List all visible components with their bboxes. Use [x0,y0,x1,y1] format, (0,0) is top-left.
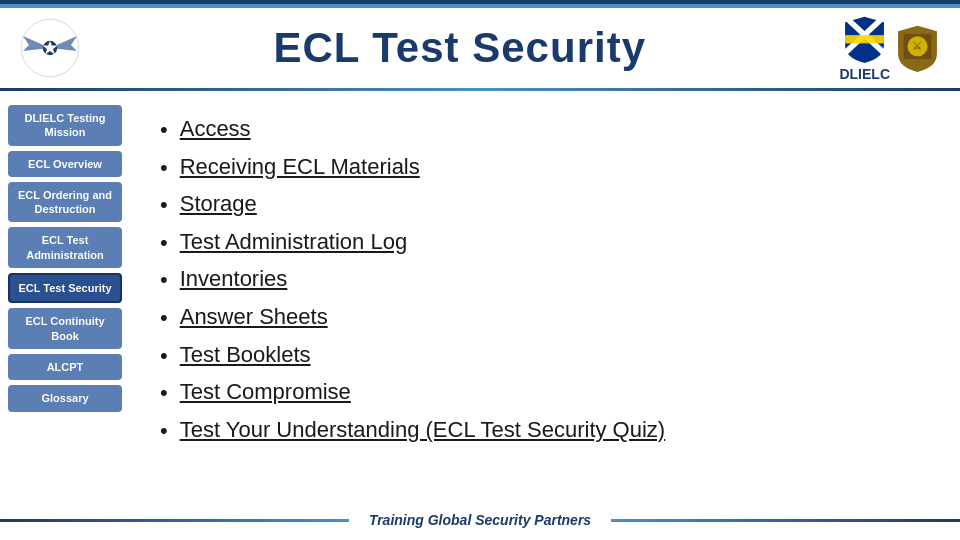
list-item: • Test Booklets [160,341,930,371]
list-item: • Test Compromise [160,378,930,408]
bullet-list: • Access • Receiving ECL Materials • Sto… [160,115,930,453]
list-item: • Inventories [160,265,930,295]
bullet-icon: • [160,304,168,333]
sidebar: DLIELC Testing Mission ECL Overview ECL … [0,95,130,500]
sidebar-item-alcpt[interactable]: ALCPT [8,354,122,380]
bullet-icon: • [160,417,168,446]
sidebar-item-dlielc-testing-mission[interactable]: DLIELC Testing Mission [8,105,122,146]
header-logos: DLIELC ⚔ [839,14,940,82]
svg-text:⚔: ⚔ [913,40,923,52]
item-text-answer-sheets[interactable]: Answer Sheets [180,303,328,332]
item-text-storage[interactable]: Storage [180,190,257,219]
main-content: DLIELC Testing Mission ECL Overview ECL … [0,95,960,500]
list-item: • Access [160,115,930,145]
item-text-test-booklets[interactable]: Test Booklets [180,341,311,370]
footer-text: Training Global Security Partners [369,512,591,528]
bullet-icon: • [160,379,168,408]
footer: Training Global Security Partners [0,500,960,540]
sidebar-item-ecl-test-admin[interactable]: ECL Test Administration [8,227,122,268]
footer-line-right [611,519,960,522]
header-separator [0,88,960,91]
svg-rect-5 [845,35,884,43]
list-item: • Test Your Understanding (ECL Test Secu… [160,416,930,446]
top-bar [0,0,960,8]
footer-line-left [0,519,349,522]
bullet-icon: • [160,342,168,371]
sidebar-item-ecl-continuity[interactable]: ECL Continuity Book [8,308,122,349]
page-title: ECL Test Security [80,24,839,72]
bullet-icon: • [160,191,168,220]
sidebar-item-ecl-ordering[interactable]: ECL Ordering and Destruction [8,182,122,223]
item-text-access[interactable]: Access [180,115,251,144]
bullet-icon: • [160,266,168,295]
crest-icon: ⚔ [895,23,940,73]
header: ECL Test Security DLIELC ⚔ [0,8,960,88]
sidebar-item-glossary[interactable]: Glossary [8,385,122,411]
sidebar-item-ecl-overview[interactable]: ECL Overview [8,151,122,177]
list-item: • Storage [160,190,930,220]
item-text-inventories[interactable]: Inventories [180,265,288,294]
bullet-icon: • [160,116,168,145]
dlielc-label: DLIELC [839,66,890,82]
item-text-test-understanding[interactable]: Test Your Understanding (ECL Test Securi… [180,416,665,445]
content-area: • Access • Receiving ECL Materials • Sto… [130,95,960,500]
item-text-test-compromise[interactable]: Test Compromise [180,378,351,407]
dlielc-logo-area: DLIELC [839,14,890,82]
list-item: • Test Administration Log [160,228,930,258]
sidebar-item-ecl-test-security[interactable]: ECL Test Security [8,273,122,303]
dlielc-shield-icon [842,14,887,64]
list-item: • Answer Sheets [160,303,930,333]
bullet-icon: • [160,154,168,183]
item-text-test-admin-log[interactable]: Test Administration Log [180,228,407,257]
bullet-icon: • [160,229,168,258]
item-text-receiving[interactable]: Receiving ECL Materials [180,153,420,182]
list-item: • Receiving ECL Materials [160,153,930,183]
air-force-logo [20,18,80,78]
